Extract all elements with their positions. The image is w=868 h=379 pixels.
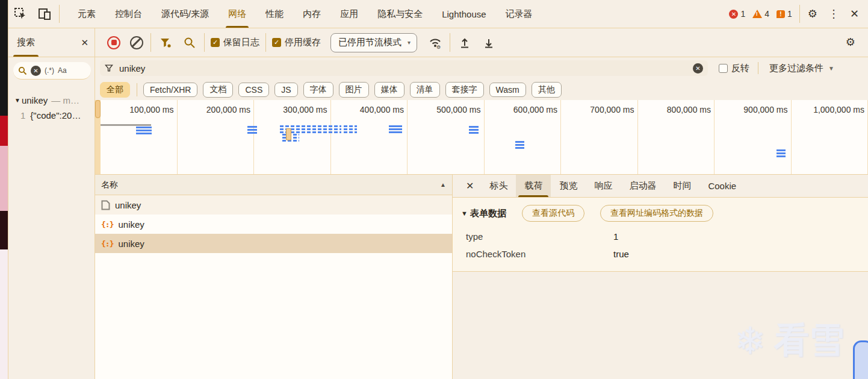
details-tabbar: ✕ 标头载荷预览响应启动器时间Cookie bbox=[453, 175, 868, 198]
view-source-button[interactable]: 查看源代码 bbox=[522, 205, 584, 222]
network-settings-gear-icon[interactable]: ⚙ bbox=[840, 36, 861, 49]
record-network-log-button[interactable] bbox=[107, 36, 120, 49]
waterfall-request-mark[interactable] bbox=[247, 126, 257, 134]
filter-chip-全部[interactable]: 全部 bbox=[100, 82, 130, 98]
filter-chip-其他[interactable]: 其他 bbox=[532, 82, 562, 98]
more-filters-dropdown[interactable]: 更多过滤条件 ▼ bbox=[769, 63, 834, 74]
filter-chip-媒体[interactable]: 媒体 bbox=[374, 82, 405, 98]
request-name: unikey bbox=[118, 239, 144, 249]
disclosure-triangle-icon[interactable]: ▼ bbox=[461, 210, 468, 217]
close-devtools-icon[interactable]: ✕ bbox=[845, 7, 864, 20]
name-column-header[interactable]: 名称 ▲ bbox=[95, 175, 452, 195]
disable-cache-checkbox[interactable]: ✓ 停用缓存 bbox=[272, 37, 321, 48]
waterfall-request-mark[interactable] bbox=[515, 141, 524, 148]
requests-table: 名称 ▲ unikey{:}unikey{:}unikey bbox=[95, 175, 453, 379]
details-tab-标头[interactable]: 标头 bbox=[481, 175, 516, 197]
document-icon bbox=[101, 200, 110, 210]
clear-network-log-button[interactable] bbox=[130, 36, 143, 49]
inspect-cursor-icon[interactable] bbox=[13, 7, 28, 21]
waterfall-request-mark[interactable] bbox=[344, 125, 357, 133]
table-row[interactable]: {:}unikey bbox=[95, 215, 452, 234]
checkbox-checked-icon: ✓ bbox=[211, 38, 220, 47]
filter-chip-CSS[interactable]: CSS bbox=[238, 83, 269, 97]
payload-panel: ▼ 表单数据 查看源代码 查看网址编码格式的数据 type1noCheckTok… bbox=[453, 198, 868, 272]
form-data-section-title[interactable]: 表单数据 bbox=[470, 208, 506, 219]
close-search-panel-icon[interactable]: ✕ bbox=[81, 37, 88, 48]
error-badge[interactable]: ✕1 bbox=[729, 9, 745, 19]
devtools-tab-Lighthouse[interactable]: Lighthouse bbox=[432, 0, 495, 28]
export-har-icon[interactable] bbox=[482, 36, 496, 50]
details-tab-时间[interactable]: 时间 bbox=[665, 175, 699, 197]
devtools-tab-内存[interactable]: 内存 bbox=[293, 0, 330, 28]
devtools-tab-性能[interactable]: 性能 bbox=[256, 0, 293, 28]
waterfall-request-mark[interactable] bbox=[389, 125, 402, 133]
filter-chip-套接字[interactable]: 套接字 bbox=[445, 82, 484, 98]
import-har-icon[interactable] bbox=[457, 36, 472, 50]
issues-badge[interactable]: !1 bbox=[777, 9, 792, 19]
regex-toggle[interactable]: (.*) bbox=[45, 66, 54, 75]
settings-gear-icon[interactable]: ⚙ bbox=[802, 7, 823, 20]
devtools-tab-元素[interactable]: 元素 bbox=[68, 0, 105, 28]
request-type-chips: 全部Fetch/XHR文档CSSJS字体图片媒体清单套接字Wasm其他 bbox=[95, 79, 868, 100]
search-result-group[interactable]: ▼ unikey — m… bbox=[14, 95, 92, 105]
invert-checkbox[interactable]: 反转 bbox=[719, 63, 749, 74]
details-tab-预览[interactable]: 预览 bbox=[551, 175, 586, 197]
devtools-tab-隐私与安全[interactable]: 隐私与安全 bbox=[368, 0, 432, 28]
device-toolbar-icon[interactable] bbox=[37, 7, 52, 21]
close-details-icon[interactable]: ✕ bbox=[459, 180, 481, 192]
filter-chip-JS[interactable]: JS bbox=[274, 83, 297, 97]
filter-chip-清单[interactable]: 清单 bbox=[410, 82, 440, 98]
json-icon: {:} bbox=[101, 220, 113, 229]
overview-left-handle[interactable] bbox=[95, 100, 101, 174]
filter-chip-图片[interactable]: 图片 bbox=[339, 82, 369, 98]
filter-chip-文档[interactable]: 文档 bbox=[203, 82, 233, 98]
network-filter-field[interactable]: ✕ bbox=[100, 60, 708, 76]
search-icon[interactable] bbox=[182, 36, 197, 50]
search-result-line[interactable]: 1 {"code":20… bbox=[14, 110, 92, 121]
details-tab-Cookie[interactable]: Cookie bbox=[699, 175, 745, 197]
case-sensitive-toggle[interactable]: Aa bbox=[58, 66, 67, 75]
table-row[interactable]: unikey bbox=[95, 195, 452, 215]
page-strip-segment bbox=[0, 0, 8, 116]
table-row[interactable]: {:}unikey bbox=[95, 234, 452, 253]
filter-chip-Fetch/XHR[interactable]: Fetch/XHR bbox=[143, 83, 197, 97]
network-conditions-icon[interactable]: ⚙ bbox=[428, 36, 442, 50]
snowflake-icon: ❄ bbox=[734, 319, 766, 363]
request-name: unikey bbox=[118, 219, 144, 230]
throttling-select[interactable]: 已停用节流模式 ▾ bbox=[330, 33, 417, 52]
devtools-tab-源代码/来源[interactable]: 源代码/来源 bbox=[152, 0, 219, 28]
waterfall-request-mark[interactable] bbox=[777, 149, 786, 158]
divider bbox=[204, 33, 205, 52]
disclosure-triangle-icon: ▼ bbox=[14, 97, 20, 104]
clear-filter-icon[interactable]: ✕ bbox=[693, 63, 703, 74]
filter-funnel-icon[interactable] bbox=[158, 36, 173, 50]
devtools-tab-网络[interactable]: 网络 bbox=[219, 0, 256, 28]
details-tab-响应[interactable]: 响应 bbox=[586, 175, 621, 197]
view-urlencoded-button[interactable]: 查看网址编码格式的数据 bbox=[600, 205, 713, 222]
search-sidebar: ✕ (.*) Aa ▼ unikey — m… 1 {"code":20… bbox=[8, 57, 95, 379]
devtools-tab-记录器[interactable]: 记录器 bbox=[496, 0, 542, 28]
tab-search[interactable]: 搜索 bbox=[8, 28, 43, 57]
clear-search-icon[interactable]: ✕ bbox=[31, 66, 41, 76]
details-tab-启动器[interactable]: 启动器 bbox=[621, 175, 665, 197]
divider bbox=[150, 33, 151, 52]
filter-chip-Wasm[interactable]: Wasm bbox=[489, 83, 526, 97]
search-input[interactable]: ✕ (.*) Aa bbox=[13, 62, 91, 80]
warning-badge[interactable]: 4 bbox=[752, 9, 769, 19]
payload-value: 1 bbox=[613, 231, 618, 242]
devtools-tab-控制台[interactable]: 控制台 bbox=[105, 0, 152, 28]
preserve-log-checkbox[interactable]: ✓ 保留日志 bbox=[211, 37, 259, 48]
background-page-strip bbox=[0, 0, 8, 379]
error-icon: ✕ bbox=[729, 10, 738, 19]
network-overview-timeline[interactable]: 100,000 ms200,000 ms300,000 ms400,000 ms… bbox=[95, 100, 868, 175]
filter-chip-字体[interactable]: 字体 bbox=[303, 82, 333, 98]
details-tab-载荷[interactable]: 载荷 bbox=[516, 175, 551, 197]
payload-key: noCheckToken bbox=[466, 249, 613, 259]
devtools-tab-应用[interactable]: 应用 bbox=[330, 0, 368, 28]
waterfall-request-mark[interactable] bbox=[136, 127, 152, 134]
kebab-menu-icon[interactable]: ⋮ bbox=[823, 7, 845, 20]
divider bbox=[799, 5, 800, 23]
waterfall-request-mark[interactable] bbox=[469, 126, 479, 134]
filter-input[interactable] bbox=[118, 63, 688, 74]
checkbox-unchecked-icon bbox=[719, 64, 728, 73]
